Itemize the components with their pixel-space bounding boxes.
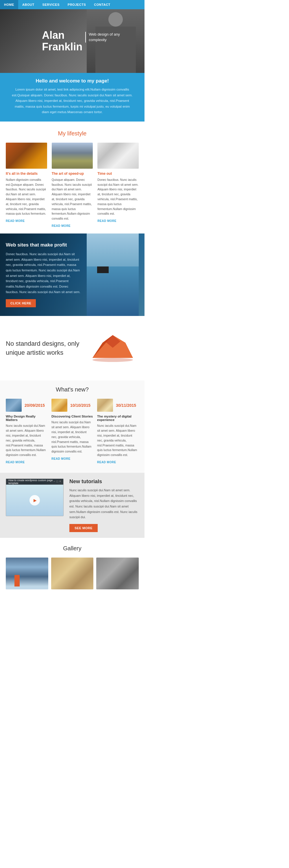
lifestyle-image-1 xyxy=(52,143,93,169)
video-bar: How to create wordpress custom page temp… xyxy=(6,479,63,485)
lifestyle-readmore-1[interactable]: READ MORE xyxy=(52,224,71,227)
paper-boat-image xyxy=(87,328,139,369)
nav-contact[interactable]: CONTACT xyxy=(90,0,114,9)
news-thumb-1 xyxy=(51,399,67,412)
news-date-2: 30/11/2015 xyxy=(116,403,136,408)
news-item-2: 30/11/2015 The mystery of digital experi… xyxy=(97,399,139,464)
nav-about[interactable]: ABOUT xyxy=(18,0,38,9)
play-button[interactable] xyxy=(30,495,40,505)
profit-content: Web sites that make profit Donec faucibu… xyxy=(6,242,81,308)
artistic-text: No standard designs, only unique artisti… xyxy=(6,339,81,357)
news-readmore-1[interactable]: READ MORE xyxy=(51,457,71,460)
news-date-0: 20/09/2015 xyxy=(25,403,45,408)
tutorials-section: How to create wordpress custom page temp… xyxy=(0,473,145,538)
news-header-1: 10/10/2015 xyxy=(51,399,93,412)
lifestyle-body-0: Nullam dignissim convallis est.Quisque a… xyxy=(6,177,47,216)
profit-background-person xyxy=(87,234,139,316)
lifestyle-item-0: It's all in the details Nullam dignissim… xyxy=(6,143,47,228)
news-grid: 20/09/2015 Why Design Really Matters Nun… xyxy=(6,399,139,464)
news-header-2: 30/11/2015 xyxy=(97,399,139,412)
welcome-section: Hello and welcome to my page! Lorem ipsu… xyxy=(0,73,145,122)
whats-new-section: What's new? 20/09/2015 Why Design Really… xyxy=(0,380,145,473)
lifestyle-readmore-2[interactable]: READ MORE xyxy=(97,219,116,222)
profit-section: Web sites that make profit Donec faucibu… xyxy=(0,234,145,316)
lifestyle-body-2: Donec faucibus. Nunc iaculis suscipii du… xyxy=(97,177,139,216)
gallery-image-1[interactable] xyxy=(51,558,94,589)
lifestyle-item-2: Time out Donec faucibus. Nunc iaculis su… xyxy=(97,143,139,228)
news-readmore-2[interactable]: READ MORE xyxy=(97,461,116,464)
news-title-1: Discovering Client Stories xyxy=(51,414,93,418)
hero-name: Alan Franklin xyxy=(42,30,82,52)
profit-sky xyxy=(87,234,139,267)
nav-projects[interactable]: PROJECTS xyxy=(64,0,90,9)
main-nav: HOME ABOUT SERVICES PROJECTS CONTACT xyxy=(0,0,145,9)
lifestyle-title-0: It's all in the details xyxy=(6,172,47,176)
news-thumb-2 xyxy=(97,399,113,412)
news-item-1: 10/10/2015 Discovering Client Stories Nu… xyxy=(51,399,93,464)
news-body-1: Nunc iaculis suscipii dui.Nam sit amet s… xyxy=(51,420,93,454)
news-body-2: Nunc iaculis suscipii dui.Nam sit amet s… xyxy=(97,423,139,458)
nav-services[interactable]: SERVICES xyxy=(38,0,64,9)
welcome-body: Lorem ipsum dolor sit amet, test link ad… xyxy=(11,87,133,115)
gallery-section: Gallery xyxy=(0,538,145,595)
welcome-heading: Hello and welcome to my page! xyxy=(11,78,133,84)
hero-person-head xyxy=(108,12,123,27)
news-header-0: 20/09/2015 xyxy=(6,399,47,412)
news-title-2: The mystery of digital experience xyxy=(97,414,139,422)
lifestyle-image-2 xyxy=(97,143,139,169)
news-body-0: Nunc iaculis suscipii dui.Nam sit amet s… xyxy=(6,423,47,458)
gallery-figure-red xyxy=(14,575,20,587)
profit-water xyxy=(87,267,139,316)
see-more-button[interactable]: SEE MORE xyxy=(69,524,98,532)
tutorials-heading: New tutorials xyxy=(69,478,139,485)
click-here-button[interactable]: CLICK HERE xyxy=(6,299,36,307)
profit-heading: Web sites that make profit xyxy=(6,242,81,248)
lifestyle-item-1: The art of speed-up Quisque aliquam. Don… xyxy=(52,143,93,228)
news-item-0: 20/09/2015 Why Design Really Matters Nun… xyxy=(6,399,47,464)
gallery-grid xyxy=(6,558,139,589)
nav-home[interactable]: HOME xyxy=(0,0,18,9)
minimize-icon[interactable]: − xyxy=(53,480,55,483)
artistic-section: No standard designs, only unique artisti… xyxy=(0,316,145,380)
tutorial-text-block: New tutorials Nunc iaculis suscipii dui.… xyxy=(69,478,139,532)
lifestyle-title-2: Time out xyxy=(97,172,139,176)
news-readmore-0[interactable]: READ MORE xyxy=(6,461,25,464)
gallery-image-0[interactable] xyxy=(6,558,48,589)
video-player[interactable]: How to create wordpress custom page temp… xyxy=(6,478,64,516)
svg-point-4 xyxy=(93,358,133,362)
lifestyle-title-1: The art of speed-up xyxy=(52,172,93,176)
video-content xyxy=(6,485,63,516)
tutorial-video-block: How to create wordpress custom page temp… xyxy=(6,478,64,516)
video-title: How to create wordpress custom page temp… xyxy=(8,479,61,485)
news-title-0: Why Design Really Matters xyxy=(6,414,47,422)
gallery-image-2[interactable] xyxy=(96,558,139,589)
video-controls: − □ × xyxy=(53,480,61,483)
lifestyle-body-1: Quisque aliquam. Donec faucibus. Nunc ia… xyxy=(52,177,93,221)
news-date-1: 10/10/2015 xyxy=(70,403,91,408)
hero-section: Alan Franklin Web design of any complexi… xyxy=(0,9,145,73)
hero-tagline: Web design of any complexity xyxy=(85,32,120,42)
lifestyle-grid: It's all in the details Nullam dignissim… xyxy=(6,143,139,228)
close-video-icon[interactable]: × xyxy=(59,480,61,483)
expand-icon[interactable]: □ xyxy=(57,480,58,483)
news-thumb-0 xyxy=(6,399,22,412)
hero-text-block: Alan Franklin Web design of any complexi… xyxy=(25,30,120,52)
artistic-heading: No standard designs, only unique artisti… xyxy=(6,339,81,357)
whats-new-heading: What's new? xyxy=(6,386,139,393)
lifestyle-image-0 xyxy=(6,143,47,169)
gallery-heading: Gallery xyxy=(6,545,139,552)
profit-body: Donec faucibus. Nunc iaculis suscipii du… xyxy=(6,251,81,295)
lifestyle-readmore-0[interactable]: READ MORE xyxy=(6,219,25,222)
lifestyle-section: My lifestyle It's all in the details Nul… xyxy=(0,122,145,234)
lifestyle-heading: My lifestyle xyxy=(6,130,139,137)
tutorials-body: Nunc iaculis suscipii dui.Nam sit amet s… xyxy=(69,488,139,520)
